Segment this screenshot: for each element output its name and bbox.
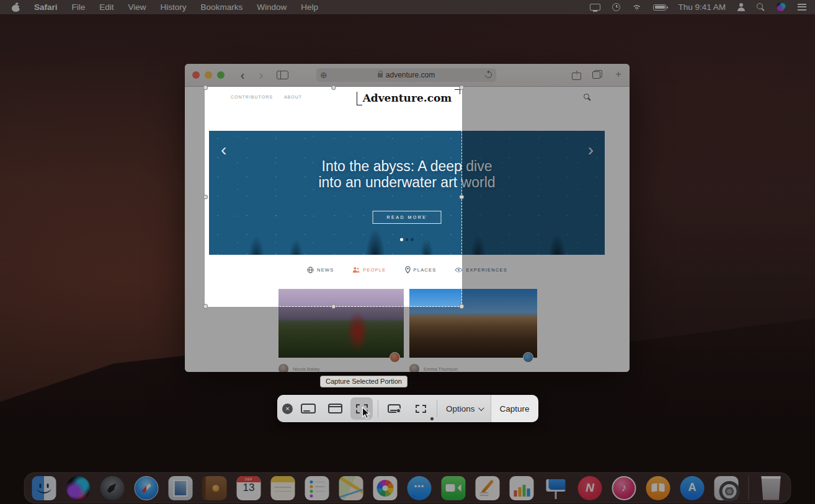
menu-clock[interactable]: Thu 9:41 AM xyxy=(678,2,726,12)
calendar-day: 13 xyxy=(237,482,261,494)
dock-icon-numbers[interactable] xyxy=(510,476,534,500)
capture-entire-screen-button[interactable] xyxy=(297,397,319,420)
chevron-down-icon xyxy=(478,405,484,411)
dock-icon-keynote[interactable] xyxy=(544,476,568,500)
selection-handle-bottom-right[interactable] xyxy=(459,304,464,309)
apple-menu-icon[interactable] xyxy=(12,2,20,12)
reload-icon[interactable] xyxy=(484,70,493,79)
siri-menu-icon[interactable] xyxy=(777,2,786,12)
dock-icon-trash[interactable] xyxy=(759,476,783,500)
battery-icon[interactable] xyxy=(653,4,666,11)
share-icon[interactable]: ↑ xyxy=(572,69,581,80)
photos-center xyxy=(383,485,388,491)
selection-handle-bottom-middle[interactable] xyxy=(331,304,336,309)
menu-view[interactable]: View xyxy=(128,2,146,12)
dock-icon-itunes[interactable]: ♪ xyxy=(612,476,636,500)
menu-bookmarks[interactable]: Bookmarks xyxy=(201,2,243,12)
sidebar-toggle-icon[interactable] xyxy=(277,71,288,79)
notification-center-icon[interactable] xyxy=(798,4,806,11)
capture-selection-rect[interactable] xyxy=(205,87,462,307)
close-window-button[interactable] xyxy=(192,71,200,79)
dock-icon-calendar[interactable]: SEP 13 xyxy=(237,476,261,500)
cursor-arrow-icon xyxy=(362,407,371,420)
dock-icon-pages[interactable] xyxy=(476,476,500,500)
toolbar-close-button[interactable]: × xyxy=(282,404,293,414)
dock-icon-safari[interactable] xyxy=(135,476,159,500)
selection-handle-middle-left[interactable] xyxy=(203,195,208,200)
selection-handle-top-left[interactable] xyxy=(203,85,208,90)
forward-button[interactable]: › xyxy=(254,68,268,82)
dock-icon-system-preferences[interactable] xyxy=(715,476,739,500)
site-search-icon[interactable] xyxy=(584,94,591,101)
url-text: adventure.com xyxy=(386,71,435,79)
appstore-a-glyph: A xyxy=(688,481,697,493)
screen-icon xyxy=(388,404,401,413)
spotlight-icon[interactable] xyxy=(757,3,765,11)
dock-icon-messages[interactable]: ••• xyxy=(408,476,432,500)
dock-icon-siri[interactable] xyxy=(66,476,91,500)
airplay-display-icon[interactable] xyxy=(590,4,600,11)
desktop: Safari File Edit View History Bookmarks … xyxy=(0,0,815,504)
author-badge xyxy=(390,352,400,363)
capture-selected-window-button[interactable] xyxy=(324,397,346,420)
menu-bar: Safari File Edit View History Bookmarks … xyxy=(0,0,815,14)
author-avatar xyxy=(278,364,288,372)
options-dropdown[interactable]: Options xyxy=(446,404,483,413)
toolbar-divider xyxy=(378,400,378,417)
dock-icon-notes[interactable] xyxy=(271,476,295,500)
selection-handle-bottom-left[interactable] xyxy=(203,304,208,309)
safari-titlebar[interactable]: ‹ › ⊕ adventure.com ↑ + xyxy=(185,64,630,87)
back-button[interactable]: ‹ xyxy=(236,68,249,82)
dock-icon-mail[interactable] xyxy=(169,476,193,500)
window-controls xyxy=(185,71,225,79)
dock-icon-reminders[interactable] xyxy=(305,476,329,500)
minimize-window-button[interactable] xyxy=(205,71,212,79)
record-entire-screen-button[interactable] xyxy=(383,397,405,420)
capture-button[interactable]: Capture xyxy=(491,395,538,422)
author-avatar xyxy=(409,364,419,372)
messages-ellipsis: ••• xyxy=(414,482,425,491)
menu-safari[interactable]: Safari xyxy=(34,2,58,12)
author-badge xyxy=(523,352,533,363)
menu-help[interactable]: Help xyxy=(301,2,318,12)
dock-icon-news[interactable]: N xyxy=(578,476,602,500)
new-tab-button[interactable]: + xyxy=(613,68,623,81)
lock-icon xyxy=(378,73,383,77)
music-note-glyph: ♪ xyxy=(621,482,627,493)
menu-history[interactable]: History xyxy=(161,2,187,12)
category-experiences-label: EXPERIENCES xyxy=(466,267,507,273)
dashed-selection-icon xyxy=(416,405,426,413)
address-bar[interactable]: ⊕ adventure.com xyxy=(316,68,496,82)
time-machine-icon[interactable] xyxy=(612,3,620,11)
dock-icon-facetime[interactable] xyxy=(442,476,466,500)
author-name: Emma Thomson xyxy=(424,366,458,372)
menu-edit[interactable]: Edit xyxy=(99,2,114,12)
dock-icon-launchpad[interactable] xyxy=(100,476,125,500)
author-name: Nicola Bailey xyxy=(293,366,319,372)
dock-icon-books[interactable] xyxy=(646,476,670,500)
fast-user-switch-icon[interactable] xyxy=(737,3,745,11)
category-experiences[interactable]: EXPERIENCES xyxy=(455,267,507,273)
dock-divider xyxy=(749,475,749,500)
selection-handle-middle-right[interactable] xyxy=(459,195,464,200)
capture-tooltip: Capture Selected Portion xyxy=(320,376,408,387)
news-n-glyph: N xyxy=(586,481,594,494)
dock-icon-finder[interactable] xyxy=(32,476,56,500)
zoom-window-button[interactable] xyxy=(217,71,225,79)
menu-file[interactable]: File xyxy=(72,2,86,12)
tab-overview-icon[interactable] xyxy=(592,70,602,79)
dock-icon-contacts[interactable] xyxy=(203,476,227,500)
carousel-next-arrow[interactable]: › xyxy=(588,141,594,159)
dock: SEP 13 ••• N ♪ A xyxy=(24,472,791,503)
circle-plus-icon[interactable]: ⊕ xyxy=(320,70,327,80)
mouse-cursor xyxy=(362,407,371,422)
dock-icon-photos[interactable] xyxy=(373,476,398,500)
dock-icon-maps[interactable] xyxy=(339,476,363,500)
wifi-icon[interactable] xyxy=(632,4,641,11)
menu-window[interactable]: Window xyxy=(257,2,287,12)
dock-icon-appstore[interactable]: A xyxy=(680,476,705,500)
record-dot-icon xyxy=(429,416,435,422)
selection-handle-top-right[interactable] xyxy=(459,85,464,90)
record-selected-portion-button[interactable] xyxy=(409,397,432,420)
selection-handle-top-middle[interactable] xyxy=(331,85,336,90)
